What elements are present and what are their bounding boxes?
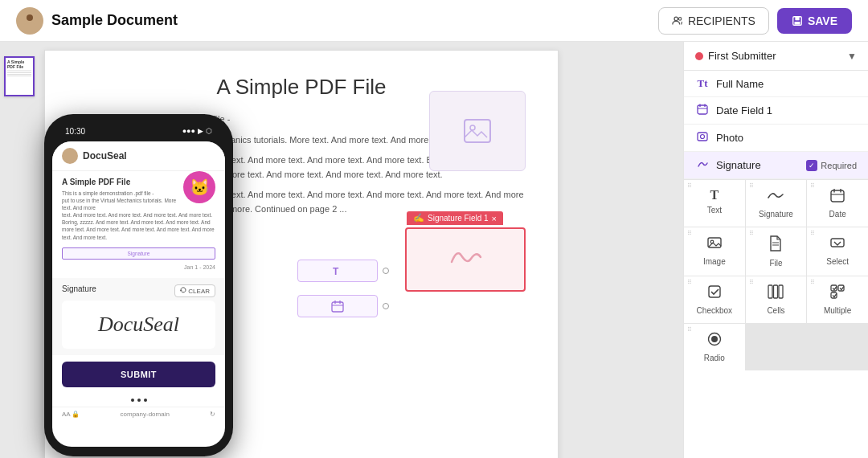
field-type-cells[interactable]: ⠿ Cells (746, 276, 807, 323)
phone-status-icons: ●●● ▶ ⬡ (182, 127, 212, 135)
svg-point-18 (701, 135, 705, 139)
signature-field-overlay[interactable]: ✍ Signature Field 1 × (405, 227, 526, 292)
field-item-date[interactable]: Date Field 1 (684, 97, 868, 125)
refresh-icon (180, 287, 186, 293)
checkbox-type-icon (707, 284, 722, 303)
svg-rect-13 (698, 105, 707, 114)
select-type-label: Select (826, 257, 849, 266)
sig-type-icon (767, 188, 784, 207)
date-type-label: Date (829, 210, 846, 219)
phone-sig-canvas[interactable]: DocuSeal (62, 301, 215, 349)
field-date-label: Date Field 1 (716, 104, 772, 117)
field-type-multiple[interactable]: ⠿ Multiple (807, 276, 868, 323)
field-row-date (297, 295, 389, 317)
image-type-label: Image (703, 257, 726, 266)
text-type-icon: T (710, 188, 719, 202)
phone-avatar (62, 148, 78, 164)
svg-rect-19 (831, 190, 844, 202)
field-type-signature[interactable]: ⠿ Signature (746, 180, 807, 227)
field-type-checkbox[interactable]: ⠿ Checkbox (684, 276, 745, 323)
drag-handle: ⠿ (687, 280, 692, 286)
svg-rect-6 (465, 120, 490, 142)
field-type-file[interactable]: ⠿ File (746, 227, 807, 276)
thumbnail-page-1[interactable]: A Simple PDF File (4, 56, 35, 96)
phone-clear-button[interactable]: CLEAR (174, 284, 215, 297)
phone-refresh-icon: ↻ (210, 411, 215, 418)
photo-icon (695, 131, 710, 145)
phone-domain: company-domain (121, 411, 170, 418)
app-header: Sample Document RECIPIENTS SAVE (0, 0, 868, 42)
phone-date-text: Jan 1 - 2024 (52, 263, 225, 272)
signature-icon (695, 158, 710, 172)
field-item-photo[interactable]: Photo (684, 125, 868, 152)
field-list: Tt Full Name Date Field 1 (684, 71, 868, 179)
phone-time: 10:30 (65, 127, 85, 136)
field-type-grid: ⠿ T Text ⠿ Signature ⠿ Date (684, 179, 868, 370)
phone-dots (52, 399, 225, 402)
field-type-select[interactable]: ⠿ Select (807, 227, 868, 276)
drag-handle: ⠿ (687, 231, 692, 237)
text-field-box[interactable]: T (297, 260, 378, 282)
drag-handle: ⠿ (810, 280, 815, 286)
canvas-area: A Simple PDF File A Simple PDF File - Th… (0, 42, 683, 458)
sig-field-body-icon (445, 243, 485, 277)
svg-rect-17 (698, 133, 707, 141)
phone-doc-content: 🐱 A Simple PDF File This is a simple dem… (52, 171, 225, 244)
svg-rect-9 (332, 302, 343, 312)
svg-rect-4 (795, 16, 799, 19)
phone-bottom-bar: AA 🔒 company-domain ↻ (52, 407, 225, 421)
phone-sig-label: Signature (62, 284, 96, 293)
right-sidebar: First Submitter ▼ Tt Full Name Date Fiel… (683, 42, 868, 458)
svg-point-7 (470, 125, 475, 130)
date-field-box[interactable] (297, 295, 378, 317)
multiple-type-label: Multiple (824, 306, 851, 315)
field-type-radio[interactable]: ⠿ Radio (684, 324, 745, 370)
image-placeholder (429, 91, 526, 171)
file-type-icon (769, 235, 782, 256)
field-connector-dot-2 (383, 303, 389, 309)
submitter-dropdown[interactable]: First Submitter ▼ (684, 42, 868, 71)
signature-wave-icon (445, 243, 485, 272)
radio-type-label: Radio (704, 354, 725, 362)
checkbox-type-label: Checkbox (697, 306, 732, 315)
cells-type-icon (768, 284, 784, 303)
required-badge: ✓ Required (806, 160, 857, 171)
page-title: Sample Document (51, 12, 178, 29)
phone-status-bar: 10:30 ●●● ▶ ⬡ (52, 124, 225, 138)
sig-type-label: Signature (759, 210, 793, 219)
svg-rect-28 (709, 286, 720, 297)
full-name-icon: Tt (695, 77, 710, 90)
svg-point-0 (27, 14, 33, 21)
field-type-image[interactable]: ⠿ Image (684, 227, 745, 276)
svg-point-36 (711, 336, 718, 342)
recipients-button[interactable]: RECIPIENTS (658, 7, 769, 35)
drag-handle: ⠿ (810, 231, 815, 237)
form-fields-area: T (297, 260, 389, 330)
save-button[interactable]: SAVE (777, 8, 852, 34)
phone-submit-button[interactable]: SUBMIT (62, 362, 215, 387)
field-row-text: T (297, 260, 389, 282)
field-type-text[interactable]: ⠿ T Text (684, 180, 745, 227)
field-item-full-name[interactable]: Tt Full Name (684, 71, 868, 97)
field-type-date[interactable]: ⠿ Date (807, 180, 868, 227)
date-field-icon (331, 300, 344, 313)
radio-type-icon (707, 332, 722, 350)
drag-handle: ⠿ (687, 327, 692, 333)
date-type-icon (830, 188, 845, 207)
sig-field-close-button[interactable]: × (492, 214, 497, 223)
drag-handle: ⠿ (749, 280, 754, 286)
phone-signature-section: Signature CLEAR DocuSeal (52, 278, 225, 355)
field-name-label: Full Name (716, 78, 764, 90)
cells-type-label: Cells (767, 306, 784, 315)
required-checkbox[interactable]: ✓ (806, 160, 817, 171)
dropdown-arrow-icon: ▼ (847, 51, 857, 62)
phone-frame: 10:30 ●●● ▶ ⬡ DocuSeal 🐱 (44, 114, 233, 456)
image-icon (461, 115, 493, 147)
drag-handle: ⠿ (749, 183, 754, 190)
phone-screen: DocuSeal 🐱 A Simple PDF File This is a s… (52, 141, 225, 447)
signature-field-label: ✍ Signature Field 1 × (407, 211, 503, 225)
field-connector-dot (383, 268, 389, 274)
svg-text:T: T (333, 266, 339, 277)
field-item-signature[interactable]: Signature ✓ Required (684, 152, 868, 179)
required-label: Required (821, 161, 857, 170)
